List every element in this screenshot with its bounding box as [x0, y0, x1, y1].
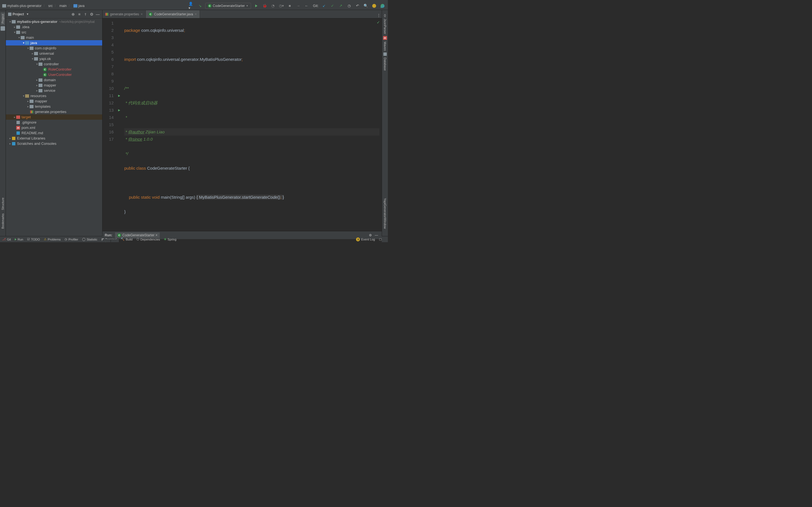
search-everywhere-icon[interactable]: 🔍 [363, 3, 369, 9]
breadcrumb[interactable]: mybatis-plus-generator 〉 src 〉 main 〉 ja… [2, 3, 189, 8]
jsonparser-tool-tab[interactable]: JsonParser [383, 17, 387, 36]
database-tool-icon[interactable] [384, 52, 387, 56]
status-profiler[interactable]: ◷Profiler [64, 237, 78, 241]
line-number-gutter[interactable]: 123 456 789 101112 131415 1617 [102, 18, 116, 231]
expand-all-icon[interactable]: ≡ [77, 12, 82, 16]
close-tab-icon[interactable]: × [156, 233, 157, 237]
tree-universal[interactable]: universal [6, 51, 102, 56]
breadcrumb-root[interactable]: mybatis-plus-generator [2, 4, 42, 8]
project-tool-tab[interactable]: Project [1, 12, 5, 25]
breadcrumb-main[interactable]: main [59, 4, 67, 8]
build-hammer-icon[interactable]: ↘ [197, 3, 203, 9]
run-tool-window: Run: C CodeGenerateStarter × ⚙ — ■ ⤓ 📷 [102, 231, 382, 242]
tree-package[interactable]: com.cqkqinfo [6, 46, 102, 51]
bookmarks-tool-tab[interactable]: Bookmarks [1, 212, 5, 230]
markdown-icon [16, 131, 20, 135]
tree-idea[interactable]: .idea [6, 24, 102, 30]
debug-button[interactable]: 🐞 [262, 3, 268, 9]
tree-service[interactable]: service [6, 88, 102, 93]
play-icon [255, 4, 257, 7]
tab-codegenerate-starter[interactable]: C CodeGenerateStarter.java × [146, 10, 200, 18]
tree-genprops[interactable]: generate.properties [6, 109, 102, 114]
nav-forward-icon[interactable]: → [295, 3, 301, 9]
breadcrumb-java-label: java [79, 4, 85, 8]
run-button[interactable] [253, 3, 259, 9]
tree-domain[interactable]: domain [6, 77, 102, 82]
editor-more-icon[interactable]: ⋮ [375, 12, 382, 18]
breadcrumb-src-label: src [48, 4, 53, 8]
gutter-run-marks[interactable]: ▶ ▶ [116, 18, 122, 231]
top-navbar: mybatis-plus-generator 〉 src 〉 main 〉 ja… [0, 2, 388, 10]
tree-templates[interactable]: templates [6, 104, 102, 109]
select-opened-icon[interactable]: ⊕ [71, 12, 75, 16]
git-update-icon[interactable]: ↙ [321, 3, 327, 9]
tree-java[interactable]: java [6, 40, 102, 46]
tree-pom[interactable]: mpom.xml [6, 125, 102, 130]
editor-tabs: generate.properties × C CodeGenerateStar… [102, 10, 382, 18]
ide-settings-icon[interactable] [379, 3, 386, 9]
status-statistic[interactable]: ◯Statistic [82, 237, 97, 241]
tree-usercontroller[interactable]: CUserController [6, 72, 102, 77]
class-icon: C [149, 12, 152, 16]
hide-panel-icon[interactable]: — [96, 12, 100, 16]
tree-extlibs[interactable]: External Libraries [6, 135, 102, 141]
tree-resources[interactable]: resources [6, 93, 102, 99]
add-config-icon[interactable]: 👤▾ [189, 3, 195, 9]
rerun-icon[interactable] [104, 240, 110, 242]
project-view-selector[interactable]: Project ▼ [8, 12, 29, 16]
tree-rolecontroller[interactable]: CRoleController [6, 67, 102, 72]
git-commit-icon[interactable]: ✓ [329, 3, 335, 9]
scroll-up-icon[interactable]: ↑ [112, 240, 118, 242]
tree-res-mapper[interactable]: mapper [6, 99, 102, 104]
stop-button[interactable]: ■ [287, 3, 293, 9]
breadcrumb-java[interactable]: java [73, 4, 85, 8]
tree-main[interactable]: main [6, 35, 102, 40]
status-git[interactable]: ⎇Git [2, 237, 11, 241]
yapi-tool-tab[interactable]: YapiGeneratorWindow [383, 196, 387, 230]
run-main-gutter-icon[interactable]: ▶ [116, 107, 122, 114]
tree-scratches[interactable]: Scratches and Consoles [6, 141, 102, 146]
git-push-icon[interactable]: ↗ [338, 3, 344, 9]
tree-readme[interactable]: README.md [6, 130, 102, 135]
status-run[interactable]: Run [15, 238, 23, 241]
inspection-status-icon[interactable]: ✓ [377, 20, 380, 24]
close-tab-icon[interactable]: × [141, 12, 143, 16]
folder-tool-icon[interactable] [1, 26, 5, 31]
maven-tool-tab[interactable]: Maven [383, 40, 387, 52]
coverage-button[interactable]: ◔ [270, 3, 276, 9]
tree-gitignore[interactable]: .gitignore [6, 120, 102, 125]
history-icon[interactable]: ◷ [346, 3, 352, 9]
collapse-all-icon[interactable]: ⫯ [83, 12, 88, 16]
run-class-gutter-icon[interactable]: ▶ [116, 92, 122, 99]
run-tab[interactable]: C CodeGenerateStarter × [115, 232, 160, 238]
tree-controller[interactable]: controller [6, 61, 102, 67]
tab-generate-properties[interactable]: generate.properties × [102, 10, 146, 18]
database-tool-tab[interactable]: Database [383, 56, 387, 72]
code-area[interactable]: package com.cqkqinfo.universal; import c… [122, 18, 382, 231]
folder-icon [73, 4, 78, 7]
run-output[interactable]: 21:20:42.125 [main] DEBUG com.baomidou.m… [119, 239, 382, 242]
breadcrumb-src[interactable]: src [48, 4, 53, 8]
tree-root[interactable]: mybatis-plus-generator~/work/kq-project/… [6, 19, 102, 24]
class-icon: C [43, 73, 47, 77]
tree-src[interactable]: src [6, 30, 102, 35]
tree-target[interactable]: target [6, 114, 102, 120]
tree-mapper[interactable]: mapper [6, 82, 102, 88]
status-todo[interactable]: ☑TODO [27, 237, 40, 241]
nav-back-icon[interactable]: ← [304, 3, 310, 9]
settings-gear-icon[interactable]: ⚙ [89, 12, 94, 16]
close-tab-icon[interactable]: × [195, 12, 197, 16]
profile-button[interactable]: ◷▾ [278, 3, 285, 9]
rollback-icon[interactable]: ↶ [354, 3, 360, 9]
editor-body[interactable]: 123 456 789 101112 131415 1617 ▶ ▶ packa… [102, 18, 382, 231]
run-title: Run: [105, 233, 112, 237]
run-config-selector[interactable]: C CodeGenerateStarter ▼ [205, 3, 251, 9]
ide-update-icon[interactable] [371, 3, 377, 9]
maven-tool-icon[interactable]: m [383, 36, 387, 40]
structure-tool-tab[interactable]: Structure [1, 196, 5, 212]
breadcrumb-main-label: main [59, 4, 67, 8]
status-problems[interactable]: ⚠Problems [44, 237, 61, 241]
tab-label: CodeGenerateStarter.java [154, 12, 193, 16]
tree-yapiok[interactable]: yapi.ok [6, 56, 102, 61]
project-tree[interactable]: mybatis-plus-generator~/work/kq-project/… [6, 18, 102, 236]
